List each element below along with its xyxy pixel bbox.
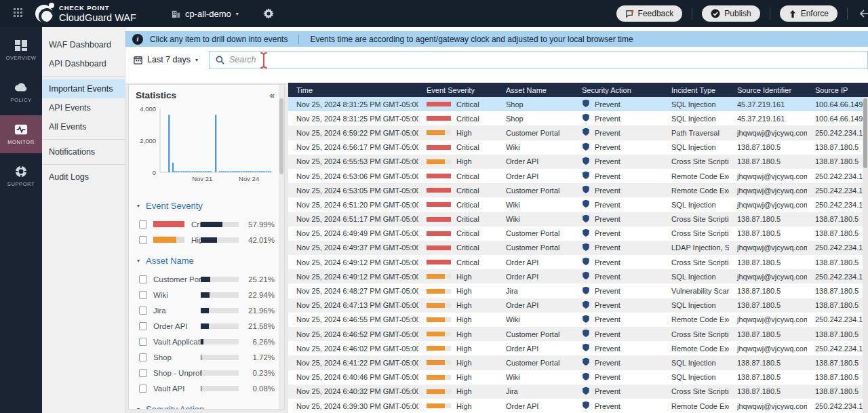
column-header-incident-type[interactable]: Incident Type [663,86,729,94]
filter-checkbox[interactable] [139,385,147,393]
cell-incident-type: SQL Injection [663,359,729,367]
nav-policy[interactable]: POLICY [0,73,42,111]
table-row[interactable]: Nov 25, 2024 6:55:53 PM GMT-05:00HighOrd… [288,155,868,169]
filter-section-title[interactable]: Asset Name [146,256,194,266]
filter-checkbox[interactable] [139,307,147,315]
table-row[interactable]: Nov 25, 2024 6:46:52 PM GMT-05:00HighCus… [288,327,868,341]
svg-text:2,000: 2,000 [140,137,156,144]
column-header-time[interactable]: Time [288,86,418,94]
sidebar-item-waf-dashboard[interactable]: WAF Dashboard [42,35,125,54]
cell-asset-name: Shop [498,115,574,123]
cell-severity: High [418,387,498,395]
column-header-asset-name[interactable]: Asset Name [498,86,574,94]
table-row[interactable]: Nov 25, 2024 6:41:22 PM GMT-05:00HighCus… [288,355,868,370]
table-row[interactable]: Nov 25, 2024 6:49:12 PM GMT-05:00Critica… [288,255,868,269]
text-cursor [258,52,269,69]
feedback-button[interactable]: Feedback [616,5,683,22]
main-area: Statistics « 4,0002,0000Nov 21Nov 24 ▾Ev… [125,73,868,413]
collapse-arrow-icon[interactable] [857,8,868,19]
cell-source-ip: 138.87.180.5 [807,215,868,223]
cell-source-identifier: 45.37.219.161 [729,115,807,123]
sidebar-item-notifications[interactable]: Notifications [42,142,125,161]
severity-bar [427,317,451,322]
table-row[interactable]: Nov 25, 2024 8:31:25 PM GMT-05:00Critica… [288,111,868,125]
filter-checkbox[interactable] [139,275,147,283]
sidebar-item-api-dashboard[interactable]: API Dashboard [42,54,125,73]
filter-section-title[interactable]: Security Action [146,404,204,410]
table-scrollbar-thumb[interactable] [863,98,867,168]
enforce-button[interactable]: Enforce [780,5,837,22]
cell-asset-name: Wiki [498,373,574,381]
table-row[interactable]: Nov 25, 2024 6:56:17 PM GMT-05:00Critica… [288,140,868,155]
sidebar-item-audit-logs[interactable]: Audit Logs [42,168,125,186]
table-row[interactable]: Nov 25, 2024 6:47:13 PM GMT-05:00HighOrd… [288,298,868,313]
shield-icon [582,229,590,237]
table-row[interactable]: Nov 25, 2024 6:53:05 PM GMT-05:00Critica… [288,183,868,197]
filter-row[interactable]: Vault Application6.26% [136,334,275,349]
table-scrollbar[interactable] [863,97,868,413]
nav-support[interactable]: SUPPORT [0,157,42,195]
table-row[interactable]: Nov 25, 2024 6:39:30 PM GMT-05:00HighOrd… [288,399,868,413]
table-row[interactable]: Nov 25, 2024 8:31:25 PM GMT-05:00Critica… [288,97,868,111]
column-header-source-ip[interactable]: Source IP [807,86,868,94]
filter-row[interactable]: Jira21.96% [136,302,275,318]
chevron-down-icon[interactable]: ▾ [137,203,140,209]
enforce-label: Enforce [801,9,829,18]
table-row[interactable]: Nov 25, 2024 6:49:12 PM GMT-05:00HighOrd… [288,269,868,283]
filter-row[interactable]: Customer Portal25.21% [136,271,275,287]
table-row[interactable]: Nov 25, 2024 6:46:02 PM GMT-05:00HighOrd… [288,341,868,355]
filter-checkbox[interactable] [139,322,147,330]
table-row[interactable]: Nov 25, 2024 6:46:55 PM GMT-05:00HighWik… [288,313,868,327]
filter-checkbox[interactable] [139,236,147,244]
stats-scrollbar[interactable] [279,85,284,409]
search-input[interactable] [229,55,867,64]
shield-prevent-icon [582,127,590,138]
table-row[interactable]: Nov 25, 2024 6:51:17 PM GMT-05:00Critica… [288,212,868,227]
nav-overview[interactable]: OVERVIEW [0,31,42,69]
column-header-source-identifier[interactable]: Source Identifier [729,86,807,94]
sidebar-item-important-events[interactable]: Important Events [42,79,125,98]
chevron-down-icon[interactable]: ▾ [137,406,140,410]
filter-row[interactable]: Vault API0.08% [136,380,275,396]
cell-source-identifier: 138.87.180.5 [729,359,807,367]
table-row[interactable]: Nov 25, 2024 6:40:32 PM GMT-05:00HighJir… [288,385,868,399]
app-launcher-icon[interactable] [14,8,24,19]
filter-row[interactable]: Wiki22.94% [136,287,275,302]
sidebar-item-api-events[interactable]: API Events [42,98,125,117]
filter-label: Wiki [153,291,201,299]
filter-row[interactable]: Critical57.99% [136,216,275,232]
table-row[interactable]: Nov 25, 2024 6:48:27 PM GMT-05:00HighJir… [288,283,868,298]
filter-section-title[interactable]: Event Severity [146,201,203,211]
chevron-down-icon[interactable]: ▾ [137,258,140,264]
collapse-panel-icon[interactable]: « [270,91,275,100]
shield-prevent-icon [582,157,590,167]
table-row[interactable]: Nov 25, 2024 6:51:20 PM GMT-05:00Critica… [288,197,868,212]
shield-icon [582,401,590,410]
filter-checkbox[interactable] [139,353,147,361]
filter-row[interactable]: High42.01% [136,232,275,248]
gear-icon[interactable] [263,8,274,19]
filter-checkbox[interactable] [139,369,147,377]
filter-row[interactable]: Shop1.72% [136,349,275,365]
table-row[interactable]: Nov 25, 2024 6:59:22 PM GMT-05:00HighCus… [288,125,868,140]
table-row[interactable]: Nov 25, 2024 6:49:49 PM GMT-05:00Critica… [288,227,868,241]
severity-bar [427,116,451,121]
table-row[interactable]: Nov 25, 2024 6:53:06 PM GMT-05:00Critica… [288,169,868,183]
column-header-event-severity[interactable]: Event Severity [418,86,498,94]
cell-source-identifier: jhqwqwj@vjcywq.com [729,186,807,195]
stats-scrollbar-thumb[interactable] [279,98,283,174]
date-range-selector[interactable]: Last 7 days ▾ [134,55,198,64]
filter-row[interactable]: Order API21.58% [136,318,275,334]
publish-button[interactable]: Publish [702,5,760,22]
cell-incident-type: SQL Injection [663,373,729,381]
sidebar-item-all-events[interactable]: All Events [42,117,125,136]
tenant-selector[interactable]: cp-all-demo ▾ [172,9,239,19]
column-header-security-action[interactable]: Security Action [574,86,663,94]
nav-monitor[interactable]: MONITOR [0,115,42,153]
filter-row[interactable]: Shop - Unprotected0.23% [136,365,275,380]
filter-checkbox[interactable] [139,220,147,229]
table-row[interactable]: Nov 25, 2024 6:40:46 PM GMT-05:00HighWik… [288,370,868,385]
table-row[interactable]: Nov 25, 2024 6:49:37 PM GMT-05:00Critica… [288,241,868,255]
filter-checkbox[interactable] [139,291,147,299]
filter-checkbox[interactable] [139,338,147,346]
